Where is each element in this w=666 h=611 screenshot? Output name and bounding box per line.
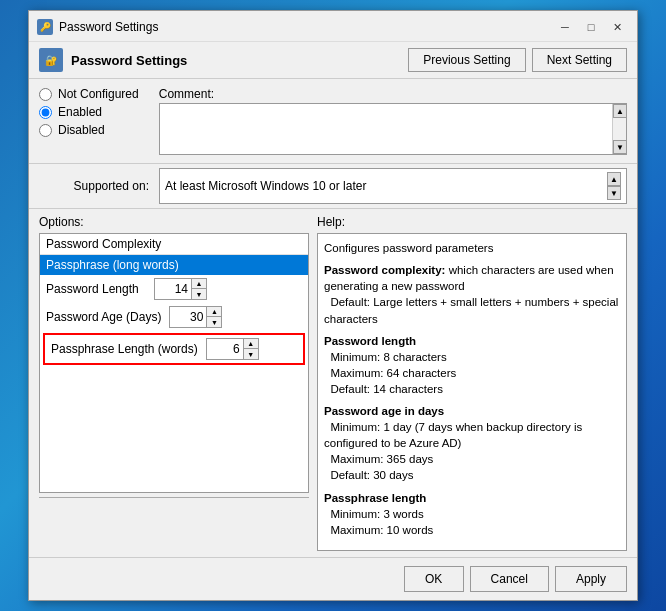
supported-value: At least Microsoft Windows 10 or later: [165, 179, 607, 193]
options-box: Password Complexity Passphrase (long wor…: [39, 233, 309, 493]
option-age-label: Password Age (Days): [46, 310, 161, 324]
ok-button[interactable]: OK: [404, 566, 464, 592]
supported-label: Supported on:: [39, 179, 149, 193]
enabled-option[interactable]: Enabled: [39, 105, 139, 119]
option-complexity-label: Password Complexity: [46, 237, 161, 251]
help-passphrase-text: Minimum: 3 words Maximum: 10 words: [324, 508, 433, 536]
options-title: Options:: [39, 215, 309, 229]
passphrase-length-row: Passphrase Length (words) ▲ ▼: [45, 335, 303, 363]
not-configured-label: Not Configured: [58, 87, 139, 101]
next-setting-button[interactable]: Next Setting: [532, 48, 627, 72]
radio-group: Not Configured Enabled Disabled: [39, 87, 139, 155]
prev-setting-button[interactable]: Previous Setting: [408, 48, 525, 72]
window-icon: 🔑: [37, 19, 53, 35]
nav-buttons: Previous Setting Next Setting: [408, 48, 627, 72]
password-age-row: Password Age (Days) ▲ ▼: [40, 303, 308, 331]
enabled-radio[interactable]: [39, 106, 52, 119]
header-icon: 🔐: [39, 48, 63, 72]
disabled-radio[interactable]: [39, 124, 52, 137]
passphrase-spin-up[interactable]: ▲: [244, 339, 258, 349]
main-content: Options: Password Complexity Passphrase …: [29, 209, 637, 557]
option-length-label: Password Length: [46, 282, 146, 296]
help-age-text: Minimum: 1 day (7 days when backup direc…: [324, 421, 582, 481]
supported-scroll-down[interactable]: ▼: [607, 186, 621, 200]
help-passphrase: Passphrase length Minimum: 3 words Maxim…: [324, 490, 620, 538]
help-length-text: Minimum: 8 characters Maximum: 64 charac…: [324, 351, 456, 395]
disabled-option[interactable]: Disabled: [39, 123, 139, 137]
title-bar: 🔑 Password Settings ─ □ ✕: [29, 11, 637, 42]
enabled-label: Enabled: [58, 105, 102, 119]
option-passphrase-length-label: Passphrase Length (words): [51, 342, 198, 356]
help-age: Password age in days Minimum: 1 day (7 d…: [324, 403, 620, 483]
age-spin-down[interactable]: ▼: [207, 317, 221, 327]
help-complexity-title: Password complexity:: [324, 264, 445, 276]
apply-button[interactable]: Apply: [555, 566, 627, 592]
help-panel: Help: Configures password parameters Pas…: [317, 215, 627, 551]
password-length-spinner[interactable]: ▲ ▼: [154, 278, 207, 300]
help-intro: Configures password parameters: [324, 240, 620, 256]
length-spinner-arrows: ▲ ▼: [191, 279, 206, 299]
disabled-label: Disabled: [58, 123, 105, 137]
comment-textbox[interactable]: ▲ ▼: [159, 103, 627, 155]
help-length-title: Password length: [324, 335, 416, 347]
options-bottom-separator: [39, 497, 309, 498]
password-settings-dialog: 🔑 Password Settings ─ □ ✕ 🔐 Password Set…: [28, 10, 638, 601]
passphrase-spinner-arrows: ▲ ▼: [243, 339, 258, 359]
password-age-spinner[interactable]: ▲ ▼: [169, 306, 222, 328]
supported-on-row: Supported on: At least Microsoft Windows…: [29, 164, 637, 209]
help-age-title: Password age in days: [324, 405, 444, 417]
header-title: Password Settings: [71, 53, 408, 68]
age-spin-up[interactable]: ▲: [207, 307, 221, 317]
age-spinner-arrows: ▲ ▼: [206, 307, 221, 327]
password-length-row: Password Length ▲ ▼: [40, 275, 308, 303]
help-title: Help:: [317, 215, 627, 229]
list-item[interactable]: Passphrase (long words): [40, 255, 308, 275]
help-complexity: Password complexity: which characters ar…: [324, 262, 620, 326]
help-box: Configures password parameters Password …: [317, 233, 627, 551]
comment-area: Comment: ▲ ▼: [159, 87, 627, 155]
close-button[interactable]: ✕: [605, 17, 629, 37]
comment-label: Comment:: [159, 87, 627, 101]
length-spin-down[interactable]: ▼: [192, 289, 206, 299]
minimize-button[interactable]: ─: [553, 17, 577, 37]
option-passphrase-label: Passphrase (long words): [46, 258, 179, 272]
comment-scrollbar: ▲ ▼: [612, 104, 626, 154]
length-spin-up[interactable]: ▲: [192, 279, 206, 289]
window-title: Password Settings: [59, 20, 553, 34]
passphrase-length-spinner[interactable]: ▲ ▼: [206, 338, 259, 360]
password-length-input[interactable]: [155, 279, 191, 299]
scroll-down-arrow[interactable]: ▼: [613, 140, 627, 154]
help-passphrase-title: Passphrase length: [324, 492, 426, 504]
options-panel: Options: Password Complexity Passphrase …: [39, 215, 309, 551]
cancel-button[interactable]: Cancel: [470, 566, 549, 592]
supported-scroll-up[interactable]: ▲: [607, 172, 621, 186]
scroll-up-arrow[interactable]: ▲: [613, 104, 627, 118]
header-row: 🔐 Password Settings Previous Setting Nex…: [29, 42, 637, 79]
not-configured-radio[interactable]: [39, 88, 52, 101]
config-section: Not Configured Enabled Disabled Comment:…: [29, 79, 637, 164]
passphrase-length-input[interactable]: [207, 339, 243, 359]
not-configured-option[interactable]: Not Configured: [39, 87, 139, 101]
maximize-button[interactable]: □: [579, 17, 603, 37]
help-length: Password length Minimum: 8 characters Ma…: [324, 333, 620, 397]
password-age-input[interactable]: [170, 307, 206, 327]
window-controls: ─ □ ✕: [553, 17, 629, 37]
passphrase-spin-down[interactable]: ▼: [244, 349, 258, 359]
supported-value-box: At least Microsoft Windows 10 or later ▲…: [159, 168, 627, 204]
bottom-bar: OK Cancel Apply: [29, 557, 637, 600]
supported-scrollbar: ▲ ▼: [607, 172, 621, 200]
list-item[interactable]: Password Complexity: [40, 234, 308, 255]
passphrase-length-row-highlighted: Passphrase Length (words) ▲ ▼: [43, 333, 305, 365]
